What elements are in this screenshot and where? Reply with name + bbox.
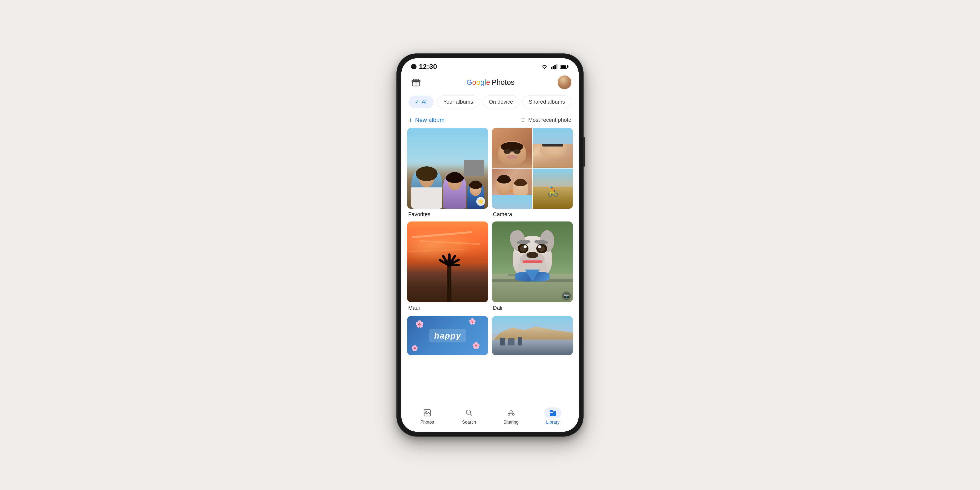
search-icon-wrap	[461, 407, 478, 418]
gift-icon-btn[interactable]	[409, 75, 423, 90]
svg-rect-18	[553, 411, 556, 416]
svg-rect-17	[550, 413, 553, 416]
tab-on-device[interactable]: On device	[483, 95, 519, 108]
sort-label: Most recent photo	[528, 117, 571, 123]
plus-icon: +	[409, 116, 412, 124]
album-item-city[interactable]	[492, 316, 573, 355]
filter-tabs: ✓ All Your albums On device Shared album…	[401, 94, 579, 112]
sort-button[interactable]: Most recent photo	[520, 117, 571, 123]
album-thumb-favorites: ⭐	[407, 128, 488, 209]
album-thumb-camera: 🚴	[492, 128, 573, 209]
svg-point-16	[512, 413, 514, 415]
album-name-camera: Camera	[492, 211, 573, 218]
svg-point-14	[510, 410, 512, 413]
nav-item-sharing[interactable]: Sharing	[499, 407, 523, 425]
nav-sharing-label: Sharing	[503, 420, 519, 425]
phone-wrapper: 12:30	[397, 54, 583, 436]
app-bar: Google Photos	[401, 73, 579, 94]
photos-icon-wrap	[419, 407, 436, 418]
cam-cell-3	[492, 169, 532, 209]
cam-cell-4: 🚴	[533, 169, 573, 209]
svg-rect-7	[568, 66, 569, 67]
svg-rect-19	[550, 410, 553, 412]
svg-rect-2	[553, 66, 554, 69]
tab-on-device-label: On device	[489, 99, 513, 105]
album-thumb-city	[492, 316, 573, 355]
albums-partial: 🌸 🌸 🌸 🌸 happy	[401, 316, 579, 360]
album-item-dali[interactable]: 📷 Dali	[492, 221, 573, 311]
tab-all[interactable]: ✓ All	[409, 95, 434, 108]
nav-library-label: Library	[546, 420, 560, 425]
cam-cell-1	[492, 128, 532, 168]
album-item-favorites[interactable]: ⭐ Favorites	[407, 128, 488, 218]
svg-rect-4	[557, 64, 558, 69]
google-photos-logo: Google Photos	[466, 78, 514, 86]
signal-icon	[551, 64, 558, 69]
sort-icon	[520, 117, 526, 123]
check-icon: ✓	[415, 99, 419, 105]
album-thumb-happy: 🌸 🌸 🌸 🌸 happy	[407, 316, 488, 355]
album-name-maui: Maui	[407, 305, 488, 311]
action-bar: + New album Most recent photo	[401, 112, 579, 128]
gift-icon	[411, 78, 421, 87]
new-album-label: New album	[415, 117, 444, 124]
status-bar: 12:30	[401, 58, 579, 73]
new-album-button[interactable]: + New album	[409, 116, 444, 124]
svg-rect-1	[551, 67, 552, 69]
cam-cell-2	[533, 128, 573, 168]
sharing-icon	[507, 409, 515, 417]
svg-point-12	[425, 411, 426, 412]
search-icon	[465, 409, 473, 417]
sharing-icon-wrap	[503, 407, 520, 418]
photos-icon	[423, 409, 431, 417]
nav-item-search[interactable]: Search	[457, 407, 481, 425]
album-item-camera[interactable]: 🚴 Camera	[492, 128, 573, 218]
tab-shared-albums[interactable]: Shared albums	[523, 95, 571, 108]
tab-your-albums-label: Your albums	[443, 99, 473, 105]
svg-rect-3	[554, 65, 556, 69]
avatar[interactable]	[558, 75, 571, 89]
status-time: 12:30	[419, 63, 437, 70]
albums-grid: ⭐ Favorites	[401, 128, 579, 316]
svg-point-0	[544, 68, 545, 69]
nav-item-photos[interactable]: Photos	[415, 407, 439, 425]
nav-photos-label: Photos	[420, 420, 434, 425]
album-thumb-maui	[407, 221, 488, 302]
svg-rect-6	[560, 65, 566, 68]
camera-dot	[411, 64, 417, 69]
album-item-happy[interactable]: 🌸 🌸 🌸 🌸 happy	[407, 316, 488, 355]
scroll-content[interactable]: + New album Most recent photo	[401, 112, 579, 404]
album-thumb-dali: 📷	[492, 221, 573, 302]
library-icon-wrap	[544, 407, 562, 418]
bottom-nav: Photos Search	[401, 404, 579, 432]
svg-point-15	[508, 413, 510, 415]
album-item-maui[interactable]: Maui	[407, 221, 488, 311]
phone-screen: 12:30	[401, 58, 579, 432]
album-name-favorites: Favorites	[407, 211, 488, 218]
tab-all-label: All	[422, 99, 428, 105]
nav-search-label: Search	[462, 420, 476, 425]
album-name-dali: Dali	[492, 305, 573, 311]
library-icon	[549, 409, 557, 417]
nav-item-library[interactable]: Library	[541, 407, 565, 425]
battery-icon	[560, 64, 569, 69]
tab-your-albums[interactable]: Your albums	[437, 95, 479, 108]
wifi-icon	[541, 63, 548, 70]
svg-rect-11	[424, 410, 431, 416]
tab-shared-albums-label: Shared albums	[529, 99, 565, 105]
status-icons	[541, 63, 569, 70]
